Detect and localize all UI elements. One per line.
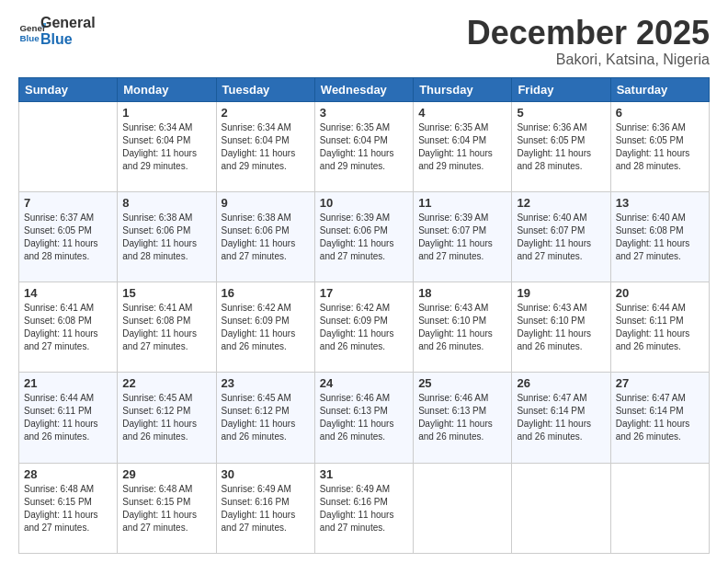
day-number: 4 <box>418 106 506 120</box>
day-number: 27 <box>616 376 704 390</box>
cell-content: Sunrise: 6:42 AM Sunset: 6:09 PM Dayligh… <box>320 302 408 353</box>
calendar-table: SundayMondayTuesdayWednesdayThursdayFrid… <box>18 77 710 554</box>
day-number: 3 <box>320 106 408 120</box>
day-number: 1 <box>122 106 210 120</box>
calendar-cell <box>19 101 118 191</box>
header: General Blue General Blue December 2025 … <box>18 15 710 68</box>
cell-content: Sunrise: 6:36 AM Sunset: 6:05 PM Dayligh… <box>517 121 605 173</box>
day-number: 14 <box>24 286 112 300</box>
day-number: 11 <box>418 196 506 210</box>
cell-content: Sunrise: 6:47 AM Sunset: 6:14 PM Dayligh… <box>616 392 704 443</box>
calendar-cell: 10Sunrise: 6:39 AM Sunset: 6:06 PM Dayli… <box>314 191 413 282</box>
cell-content: Sunrise: 6:38 AM Sunset: 6:06 PM Dayligh… <box>222 212 310 263</box>
day-number: 6 <box>616 106 704 120</box>
cell-content: Sunrise: 6:48 AM Sunset: 6:15 PM Dayligh… <box>24 483 112 534</box>
calendar-cell: 21Sunrise: 6:44 AM Sunset: 6:11 PM Dayli… <box>19 373 118 463</box>
calendar-cell: 17Sunrise: 6:42 AM Sunset: 6:09 PM Dayli… <box>314 282 413 373</box>
weekday-header-sunday: Sunday <box>19 77 118 101</box>
calendar-cell: 15Sunrise: 6:41 AM Sunset: 6:08 PM Dayli… <box>118 282 216 373</box>
calendar-cell: 31Sunrise: 6:49 AM Sunset: 6:16 PM Dayli… <box>314 463 413 553</box>
week-row-2: 7Sunrise: 6:37 AM Sunset: 6:05 PM Daylig… <box>19 191 710 282</box>
cell-content: Sunrise: 6:45 AM Sunset: 6:12 PM Dayligh… <box>222 392 310 443</box>
day-number: 20 <box>616 286 704 300</box>
logo-blue: Blue <box>40 31 96 48</box>
cell-content: Sunrise: 6:44 AM Sunset: 6:11 PM Dayligh… <box>24 392 112 443</box>
calendar-cell: 29Sunrise: 6:48 AM Sunset: 6:15 PM Dayli… <box>118 463 216 553</box>
page: General Blue General Blue December 2025 … <box>0 0 728 563</box>
weekday-header-wednesday: Wednesday <box>314 77 413 101</box>
day-number: 22 <box>122 376 210 390</box>
calendar-cell: 2Sunrise: 6:34 AM Sunset: 6:04 PM Daylig… <box>216 101 314 191</box>
calendar-cell: 13Sunrise: 6:40 AM Sunset: 6:08 PM Dayli… <box>610 191 709 282</box>
cell-content: Sunrise: 6:40 AM Sunset: 6:08 PM Dayligh… <box>616 212 704 263</box>
weekday-header-row: SundayMondayTuesdayWednesdayThursdayFrid… <box>19 77 710 101</box>
cell-content: Sunrise: 6:42 AM Sunset: 6:09 PM Dayligh… <box>222 302 310 353</box>
week-row-4: 21Sunrise: 6:44 AM Sunset: 6:11 PM Dayli… <box>19 373 710 463</box>
cell-content: Sunrise: 6:37 AM Sunset: 6:05 PM Dayligh… <box>24 212 112 263</box>
day-number: 18 <box>418 286 506 300</box>
cell-content: Sunrise: 6:43 AM Sunset: 6:10 PM Dayligh… <box>418 302 506 353</box>
day-number: 9 <box>222 196 310 210</box>
day-number: 30 <box>222 467 310 481</box>
cell-content: Sunrise: 6:34 AM Sunset: 6:04 PM Dayligh… <box>222 121 310 173</box>
calendar-cell: 19Sunrise: 6:43 AM Sunset: 6:10 PM Dayli… <box>512 282 610 373</box>
day-number: 16 <box>222 286 310 300</box>
calendar-cell: 4Sunrise: 6:35 AM Sunset: 6:04 PM Daylig… <box>414 101 512 191</box>
calendar-cell: 30Sunrise: 6:49 AM Sunset: 6:16 PM Dayli… <box>216 463 314 553</box>
calendar-cell: 12Sunrise: 6:40 AM Sunset: 6:07 PM Dayli… <box>512 191 610 282</box>
day-number: 8 <box>122 196 210 210</box>
month-title: December 2025 <box>467 15 710 52</box>
cell-content: Sunrise: 6:35 AM Sunset: 6:04 PM Dayligh… <box>418 121 506 173</box>
day-number: 23 <box>222 376 310 390</box>
calendar-cell: 27Sunrise: 6:47 AM Sunset: 6:14 PM Dayli… <box>610 373 709 463</box>
day-number: 28 <box>24 467 112 481</box>
day-number: 19 <box>517 286 605 300</box>
calendar-cell: 26Sunrise: 6:47 AM Sunset: 6:14 PM Dayli… <box>512 373 610 463</box>
weekday-header-thursday: Thursday <box>414 77 512 101</box>
day-number: 24 <box>320 376 408 390</box>
weekday-header-friday: Friday <box>512 77 610 101</box>
day-number: 17 <box>320 286 408 300</box>
day-number: 2 <box>222 106 310 120</box>
logo: General Blue General Blue <box>18 15 96 47</box>
svg-text:Blue: Blue <box>20 32 40 42</box>
day-number: 12 <box>517 196 605 210</box>
cell-content: Sunrise: 6:46 AM Sunset: 6:13 PM Dayligh… <box>320 392 408 443</box>
calendar-cell <box>414 463 512 553</box>
weekday-header-saturday: Saturday <box>610 77 709 101</box>
calendar-cell: 14Sunrise: 6:41 AM Sunset: 6:08 PM Dayli… <box>19 282 118 373</box>
cell-content: Sunrise: 6:34 AM Sunset: 6:04 PM Dayligh… <box>122 121 210 173</box>
cell-content: Sunrise: 6:39 AM Sunset: 6:06 PM Dayligh… <box>320 212 408 263</box>
calendar-cell: 23Sunrise: 6:45 AM Sunset: 6:12 PM Dayli… <box>216 373 314 463</box>
calendar-cell: 24Sunrise: 6:46 AM Sunset: 6:13 PM Dayli… <box>314 373 413 463</box>
day-number: 31 <box>320 467 408 481</box>
calendar-cell: 20Sunrise: 6:44 AM Sunset: 6:11 PM Dayli… <box>610 282 709 373</box>
weekday-header-monday: Monday <box>118 77 216 101</box>
calendar-cell: 18Sunrise: 6:43 AM Sunset: 6:10 PM Dayli… <box>414 282 512 373</box>
cell-content: Sunrise: 6:43 AM Sunset: 6:10 PM Dayligh… <box>517 302 605 353</box>
cell-content: Sunrise: 6:38 AM Sunset: 6:06 PM Dayligh… <box>122 212 210 263</box>
calendar-cell: 22Sunrise: 6:45 AM Sunset: 6:12 PM Dayli… <box>118 373 216 463</box>
weekday-header-tuesday: Tuesday <box>216 77 314 101</box>
cell-content: Sunrise: 6:47 AM Sunset: 6:14 PM Dayligh… <box>517 392 605 443</box>
cell-content: Sunrise: 6:40 AM Sunset: 6:07 PM Dayligh… <box>517 212 605 263</box>
cell-content: Sunrise: 6:45 AM Sunset: 6:12 PM Dayligh… <box>122 392 210 443</box>
cell-content: Sunrise: 6:48 AM Sunset: 6:15 PM Dayligh… <box>122 483 210 534</box>
week-row-3: 14Sunrise: 6:41 AM Sunset: 6:08 PM Dayli… <box>19 282 710 373</box>
day-number: 5 <box>517 106 605 120</box>
location: Bakori, Katsina, Nigeria <box>467 52 710 68</box>
cell-content: Sunrise: 6:44 AM Sunset: 6:11 PM Dayligh… <box>616 302 704 353</box>
calendar-cell <box>512 463 610 553</box>
cell-content: Sunrise: 6:41 AM Sunset: 6:08 PM Dayligh… <box>122 302 210 353</box>
day-number: 7 <box>24 196 112 210</box>
calendar-cell: 7Sunrise: 6:37 AM Sunset: 6:05 PM Daylig… <box>19 191 118 282</box>
cell-content: Sunrise: 6:39 AM Sunset: 6:07 PM Dayligh… <box>418 212 506 263</box>
calendar-cell: 9Sunrise: 6:38 AM Sunset: 6:06 PM Daylig… <box>216 191 314 282</box>
cell-content: Sunrise: 6:41 AM Sunset: 6:08 PM Dayligh… <box>24 302 112 353</box>
day-number: 10 <box>320 196 408 210</box>
calendar-cell: 1Sunrise: 6:34 AM Sunset: 6:04 PM Daylig… <box>118 101 216 191</box>
cell-content: Sunrise: 6:49 AM Sunset: 6:16 PM Dayligh… <box>222 483 310 534</box>
logo-general: General <box>40 15 96 31</box>
calendar-cell: 8Sunrise: 6:38 AM Sunset: 6:06 PM Daylig… <box>118 191 216 282</box>
calendar-cell: 16Sunrise: 6:42 AM Sunset: 6:09 PM Dayli… <box>216 282 314 373</box>
